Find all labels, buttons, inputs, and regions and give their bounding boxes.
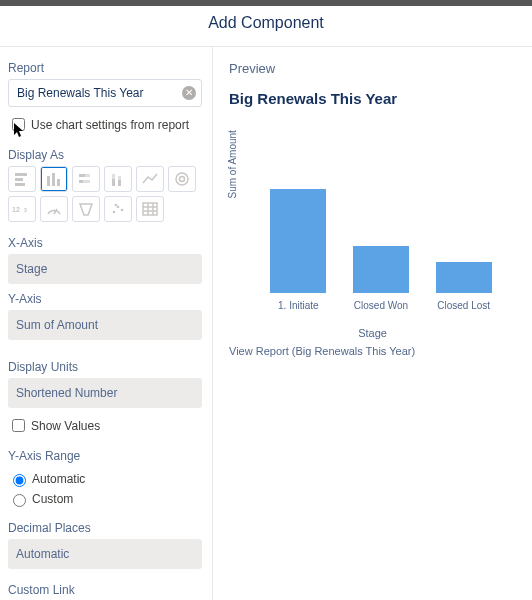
range-custom-label: Custom (32, 492, 73, 506)
config-panel: Report ✕ Use chart settings from report … (0, 47, 213, 600)
chart-type-bar-vertical[interactable] (40, 166, 68, 192)
svg-rect-4 (52, 173, 55, 186)
preview-panel: Preview Big Renewals This Year Sum of Am… (213, 47, 532, 600)
svg-rect-2 (15, 183, 25, 186)
x-axis-label: X-Axis (8, 236, 202, 250)
decimal-places-select[interactable]: Automatic (8, 539, 202, 569)
chart-type-stacked-bar-vertical[interactable] (104, 166, 132, 192)
chart-ylabel: Sum of Amount (227, 130, 238, 198)
bar[interactable] (436, 262, 492, 293)
use-chart-settings-label: Use chart settings from report (31, 118, 189, 132)
chart-type-picker: 123 (8, 166, 202, 222)
chart-type-metric[interactable]: 123 (8, 196, 36, 222)
svg-marker-19 (80, 204, 92, 215)
svg-text:3: 3 (24, 207, 27, 213)
range-custom-radio[interactable] (13, 494, 26, 507)
chart-type-line[interactable] (136, 166, 164, 192)
svg-rect-12 (118, 176, 121, 186)
chart-type-funnel[interactable] (72, 196, 100, 222)
svg-rect-24 (143, 203, 157, 215)
bar[interactable] (353, 246, 409, 293)
y-axis-label: Y-Axis (8, 292, 202, 306)
chart-type-gauge[interactable] (40, 196, 68, 222)
bar-category-label: Closed Won (352, 300, 410, 311)
range-automatic-radio[interactable] (13, 474, 26, 487)
show-values-checkbox[interactable] (12, 419, 25, 432)
custom-link-label: Custom Link (8, 583, 202, 597)
bar-column: Closed Lost (435, 262, 493, 293)
x-axis-select[interactable]: Stage (8, 254, 202, 284)
svg-rect-6 (79, 174, 85, 177)
clear-report-icon[interactable]: ✕ (182, 86, 196, 100)
view-report-link[interactable]: View Report (Big Renewals This Year) (229, 345, 516, 357)
chart-xlabel: Stage (229, 327, 516, 339)
chart-type-table[interactable] (136, 196, 164, 222)
svg-rect-9 (83, 180, 90, 183)
chart-type-stacked-bar-horizontal[interactable] (72, 166, 100, 192)
decimal-places-label: Decimal Places (8, 521, 202, 535)
bar-column: 1. Initiate (269, 189, 327, 293)
display-as-label: Display As (8, 148, 202, 162)
report-input[interactable] (8, 79, 202, 107)
svg-point-15 (180, 177, 185, 182)
svg-rect-11 (112, 174, 115, 179)
bar[interactable] (270, 189, 326, 293)
svg-line-18 (54, 209, 57, 214)
svg-rect-5 (57, 179, 60, 186)
show-values-label: Show Values (31, 419, 100, 433)
svg-point-14 (176, 173, 188, 185)
page-title: Add Component (0, 6, 532, 47)
svg-point-23 (115, 204, 118, 207)
svg-rect-0 (15, 173, 27, 176)
svg-point-20 (113, 211, 116, 214)
svg-point-21 (117, 206, 120, 209)
chart-type-scatter[interactable] (104, 196, 132, 222)
svg-rect-3 (47, 176, 50, 186)
range-automatic-label: Automatic (32, 472, 85, 486)
bar-category-label: Closed Lost (435, 300, 493, 311)
y-axis-select[interactable]: Sum of Amount (8, 310, 202, 340)
svg-rect-1 (15, 178, 23, 181)
bar-category-label: 1. Initiate (269, 300, 327, 311)
svg-point-22 (121, 209, 124, 212)
report-label: Report (8, 61, 202, 75)
chart-title: Big Renewals This Year (229, 90, 516, 107)
bar-column: Closed Won (352, 246, 410, 293)
preview-section-label: Preview (229, 61, 516, 76)
bar-chart: Sum of Amount 1. InitiateClosed WonClose… (229, 119, 509, 319)
chart-type-donut[interactable] (168, 166, 196, 192)
display-units-select[interactable]: Shortened Number (8, 378, 202, 408)
svg-text:12: 12 (12, 206, 20, 213)
svg-rect-7 (85, 174, 90, 177)
display-units-label: Display Units (8, 360, 202, 374)
svg-rect-10 (112, 174, 115, 186)
use-chart-settings-checkbox[interactable] (12, 118, 25, 131)
chart-type-bar-horizontal[interactable] (8, 166, 36, 192)
y-axis-range-label: Y-Axis Range (8, 449, 202, 463)
svg-rect-8 (79, 180, 83, 183)
svg-rect-13 (118, 176, 121, 180)
